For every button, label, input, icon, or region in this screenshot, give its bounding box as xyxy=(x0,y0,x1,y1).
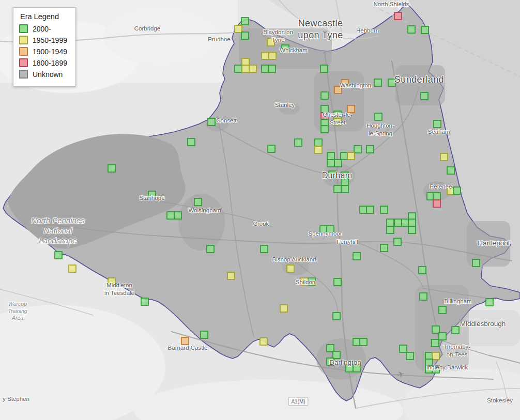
legend-item: 2000- xyxy=(19,24,67,33)
legend-item: 1800-1899 xyxy=(19,58,67,67)
era-marker-green[interactable] xyxy=(332,312,341,320)
era-marker-yellow[interactable] xyxy=(314,146,323,154)
era-marker-yellow[interactable] xyxy=(280,304,288,313)
era-marker-green[interactable] xyxy=(406,352,414,360)
era-marker-green[interactable] xyxy=(421,26,429,34)
era-marker-green[interactable] xyxy=(407,25,416,34)
era-marker-green[interactable] xyxy=(174,211,182,220)
era-marker-green[interactable] xyxy=(294,138,302,147)
era-legend: Era Legend 2000-1950-19991900-19491800-1… xyxy=(13,7,76,87)
era-marker-yellow[interactable] xyxy=(440,153,448,161)
era-marker-yellow[interactable] xyxy=(333,118,342,126)
legend-color-swatch-icon xyxy=(19,36,28,44)
era-marker-green[interactable] xyxy=(333,278,342,286)
era-marker-yellow[interactable] xyxy=(249,65,257,73)
era-marker-yellow[interactable] xyxy=(267,38,275,46)
era-marker-green[interactable] xyxy=(388,79,396,87)
era-marker-green[interactable] xyxy=(359,338,368,346)
era-marker-green[interactable] xyxy=(281,44,289,53)
era-marker-green[interactable] xyxy=(433,120,441,128)
era-marker-green[interactable] xyxy=(141,298,149,306)
era-marker-green[interactable] xyxy=(418,266,426,274)
era-marker-yellow[interactable] xyxy=(108,277,116,286)
legend-items: 2000-1950-19991900-19491800-1899Unknown xyxy=(19,24,67,79)
era-marker-green[interactable] xyxy=(353,364,361,372)
era-marker-green[interactable] xyxy=(366,206,374,214)
legend-item: 1900-1949 xyxy=(19,47,67,56)
era-marker-green[interactable] xyxy=(320,125,329,133)
legend-color-swatch-icon xyxy=(19,58,28,67)
era-marker-yellow[interactable] xyxy=(347,152,355,160)
era-marker-green[interactable] xyxy=(308,277,316,286)
era-marker-green[interactable] xyxy=(241,17,249,25)
era-marker-green[interactable] xyxy=(472,259,480,267)
era-marker-yellow[interactable] xyxy=(268,52,277,60)
legend-color-swatch-icon xyxy=(19,70,28,79)
era-marker-green[interactable] xyxy=(320,91,329,100)
legend-item-label: 2000- xyxy=(33,25,51,33)
era-marker-green[interactable] xyxy=(267,145,276,153)
era-marker-green[interactable] xyxy=(148,191,156,199)
era-marker-green[interactable] xyxy=(393,238,402,246)
era-marker-green[interactable] xyxy=(408,226,416,234)
era-marker-green[interactable] xyxy=(54,251,63,259)
legend-color-swatch-icon xyxy=(19,24,28,33)
era-marker-green[interactable] xyxy=(386,226,394,234)
era-marker-green[interactable] xyxy=(451,326,460,334)
legend-item-label: Unknown xyxy=(33,70,63,79)
era-marker-green[interactable] xyxy=(200,331,208,339)
legend-item: Unknown xyxy=(19,70,67,79)
era-marker-green[interactable] xyxy=(241,32,249,40)
era-marker-green[interactable] xyxy=(334,159,342,167)
era-marker-green[interactable] xyxy=(326,225,334,234)
map-canvas[interactable]: Newcastle upon TyneSunderlandDurhamHartl… xyxy=(0,0,520,420)
era-marker-green[interactable] xyxy=(485,298,494,306)
era-marker-orange[interactable] xyxy=(347,105,355,113)
era-marker-green[interactable] xyxy=(320,65,328,73)
era-marker-red[interactable] xyxy=(394,12,402,20)
era-marker-orange[interactable] xyxy=(334,86,342,94)
era-marker-green[interactable] xyxy=(207,118,216,126)
era-marker-yellow[interactable] xyxy=(68,265,77,273)
era-marker-green[interactable] xyxy=(187,138,195,146)
legend-item-label: 1950-1999 xyxy=(33,36,67,44)
era-marker-yellow[interactable] xyxy=(286,265,295,273)
era-marker-green[interactable] xyxy=(419,292,427,301)
era-marker-yellow[interactable] xyxy=(227,272,235,280)
era-marker-green[interactable] xyxy=(366,145,374,153)
era-marker-green[interactable] xyxy=(431,339,439,347)
legend-color-swatch-icon xyxy=(19,47,28,56)
era-marker-green[interactable] xyxy=(420,92,429,100)
era-marker-green[interactable] xyxy=(260,245,268,253)
legend-title: Era Legend xyxy=(20,12,67,21)
era-marker-green[interactable] xyxy=(453,186,461,195)
era-marker-green[interactable] xyxy=(438,306,447,314)
era-marker-green[interactable] xyxy=(328,170,337,179)
era-marker-green[interactable] xyxy=(374,79,382,87)
era-marker-yellow[interactable] xyxy=(259,337,268,346)
era-marker-green[interactable] xyxy=(380,206,388,214)
era-marker-orange[interactable] xyxy=(181,337,189,345)
era-marker-green[interactable] xyxy=(380,244,388,252)
era-marker-green[interactable] xyxy=(108,164,116,173)
era-marker-green[interactable] xyxy=(353,252,361,260)
legend-item-label: 1800-1899 xyxy=(33,59,67,67)
legend-item-label: 1900-1949 xyxy=(33,48,67,56)
era-marker-green[interactable] xyxy=(341,185,349,193)
era-marker-green[interactable] xyxy=(438,332,447,340)
era-marker-red[interactable] xyxy=(433,199,441,208)
era-marker-green[interactable] xyxy=(432,365,440,374)
era-marker-green[interactable] xyxy=(326,357,334,366)
era-marker-green[interactable] xyxy=(268,65,276,73)
era-marker-green[interactable] xyxy=(194,198,202,206)
legend-item: 1950-1999 xyxy=(19,36,67,44)
era-marker-green[interactable] xyxy=(206,245,215,253)
era-marker-green[interactable] xyxy=(447,166,455,175)
road-badge-a1m: A1(M) xyxy=(288,397,308,406)
marker-layer xyxy=(0,0,520,420)
era-marker-green[interactable] xyxy=(374,113,383,121)
